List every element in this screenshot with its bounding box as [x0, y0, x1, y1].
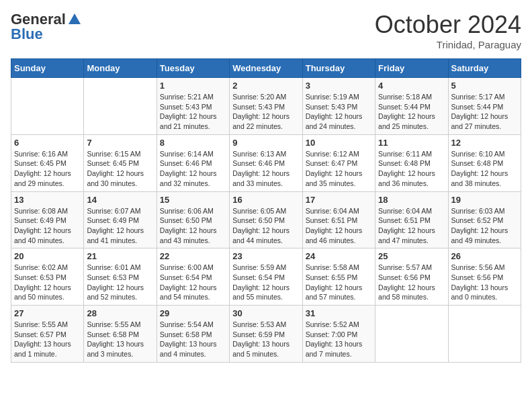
day-number: 2	[232, 81, 299, 91]
day-info: Sunrise: 5:57 AM Sunset: 6:56 PM Dayligh…	[378, 263, 445, 302]
day-info: Sunrise: 5:53 AM Sunset: 6:59 PM Dayligh…	[232, 320, 299, 359]
day-number: 6	[14, 138, 81, 148]
weekday-header-cell: Saturday	[448, 59, 521, 78]
day-info: Sunrise: 5:20 AM Sunset: 5:43 PM Dayligh…	[232, 92, 299, 132]
calendar-day-cell: 22Sunrise: 6:00 AM Sunset: 6:54 PM Dayli…	[157, 248, 229, 306]
day-info: Sunrise: 6:05 AM Sunset: 6:50 PM Dayligh…	[232, 206, 299, 246]
calendar-day-cell	[84, 78, 157, 135]
weekday-header-cell: Monday	[84, 59, 157, 78]
calendar-week-row: 6Sunrise: 6:16 AM Sunset: 6:45 PM Daylig…	[11, 134, 521, 191]
day-number: 11	[378, 138, 445, 148]
day-number: 10	[306, 138, 372, 148]
day-info: Sunrise: 5:55 AM Sunset: 6:57 PM Dayligh…	[14, 320, 81, 359]
day-number: 27	[14, 308, 81, 318]
weekday-header-cell: Thursday	[302, 59, 375, 78]
day-info: Sunrise: 5:52 AM Sunset: 7:00 PM Dayligh…	[306, 320, 372, 359]
day-number: 31	[306, 308, 372, 318]
day-number: 15	[160, 195, 226, 205]
calendar-day-cell: 12Sunrise: 6:10 AM Sunset: 6:48 PM Dayli…	[448, 134, 521, 191]
calendar-day-cell: 13Sunrise: 6:08 AM Sunset: 6:49 PM Dayli…	[11, 191, 84, 248]
day-info: Sunrise: 6:01 AM Sunset: 6:53 PM Dayligh…	[87, 263, 153, 302]
logo-blue: Blue	[11, 26, 43, 43]
day-info: Sunrise: 6:10 AM Sunset: 6:48 PM Dayligh…	[451, 149, 518, 189]
day-info: Sunrise: 5:56 AM Sunset: 6:56 PM Dayligh…	[451, 263, 518, 302]
calendar-day-cell: 26Sunrise: 5:56 AM Sunset: 6:56 PM Dayli…	[448, 248, 521, 306]
day-info: Sunrise: 5:59 AM Sunset: 6:54 PM Dayligh…	[232, 263, 299, 302]
day-number: 21	[87, 251, 153, 261]
day-number: 4	[378, 81, 445, 91]
logo-triangle-icon	[67, 12, 82, 27]
calendar-day-cell: 25Sunrise: 5:57 AM Sunset: 6:56 PM Dayli…	[375, 248, 448, 306]
day-number: 8	[160, 138, 226, 148]
calendar-day-cell: 19Sunrise: 6:03 AM Sunset: 6:52 PM Dayli…	[448, 191, 521, 248]
calendar-day-cell: 7Sunrise: 6:15 AM Sunset: 6:45 PM Daylig…	[84, 134, 157, 191]
day-number: 9	[232, 138, 299, 148]
day-number: 28	[87, 308, 153, 318]
day-number: 23	[232, 251, 299, 261]
weekday-header-cell: Sunday	[11, 59, 84, 78]
calendar-day-cell: 5Sunrise: 5:17 AM Sunset: 5:44 PM Daylig…	[448, 78, 521, 135]
month-title: October 2024	[375, 11, 521, 39]
calendar-day-cell: 18Sunrise: 6:04 AM Sunset: 6:51 PM Dayli…	[375, 191, 448, 248]
day-info: Sunrise: 6:08 AM Sunset: 6:49 PM Dayligh…	[14, 206, 81, 246]
calendar-day-cell: 24Sunrise: 5:58 AM Sunset: 6:55 PM Dayli…	[302, 248, 375, 306]
calendar-day-cell	[11, 78, 84, 135]
day-info: Sunrise: 6:11 AM Sunset: 6:48 PM Dayligh…	[378, 149, 445, 189]
day-info: Sunrise: 5:17 AM Sunset: 5:44 PM Dayligh…	[451, 92, 518, 132]
day-info: Sunrise: 6:04 AM Sunset: 6:51 PM Dayligh…	[306, 206, 372, 246]
day-info: Sunrise: 6:02 AM Sunset: 6:53 PM Dayligh…	[14, 263, 81, 302]
day-number: 5	[451, 81, 518, 91]
calendar-day-cell: 30Sunrise: 5:53 AM Sunset: 6:59 PM Dayli…	[230, 306, 302, 363]
location-subtitle: Trinidad, Paraguay	[375, 39, 521, 50]
day-number: 13	[14, 195, 81, 205]
calendar-day-cell: 16Sunrise: 6:05 AM Sunset: 6:50 PM Dayli…	[230, 191, 302, 248]
day-info: Sunrise: 5:55 AM Sunset: 6:58 PM Dayligh…	[87, 320, 153, 359]
calendar-day-cell: 10Sunrise: 6:12 AM Sunset: 6:47 PM Dayli…	[302, 134, 375, 191]
day-info: Sunrise: 6:14 AM Sunset: 6:46 PM Dayligh…	[160, 149, 226, 189]
day-info: Sunrise: 5:18 AM Sunset: 5:44 PM Dayligh…	[378, 92, 445, 132]
day-number: 20	[14, 251, 81, 261]
calendar-day-cell: 27Sunrise: 5:55 AM Sunset: 6:57 PM Dayli…	[11, 306, 84, 363]
calendar-day-cell: 15Sunrise: 6:06 AM Sunset: 6:50 PM Dayli…	[157, 191, 229, 248]
day-info: Sunrise: 5:19 AM Sunset: 5:43 PM Dayligh…	[306, 92, 372, 132]
calendar-day-cell: 3Sunrise: 5:19 AM Sunset: 5:43 PM Daylig…	[302, 78, 375, 135]
day-number: 22	[160, 251, 226, 261]
calendar-day-cell: 29Sunrise: 5:54 AM Sunset: 6:58 PM Dayli…	[157, 306, 229, 363]
weekday-header-cell: Friday	[375, 59, 448, 78]
calendar-day-cell	[448, 306, 521, 363]
weekday-header-cell: Wednesday	[230, 59, 302, 78]
svg-marker-0	[69, 13, 81, 24]
calendar-day-cell: 4Sunrise: 5:18 AM Sunset: 5:44 PM Daylig…	[375, 78, 448, 135]
day-info: Sunrise: 6:16 AM Sunset: 6:45 PM Dayligh…	[14, 149, 81, 189]
day-info: Sunrise: 6:00 AM Sunset: 6:54 PM Dayligh…	[160, 263, 226, 302]
day-info: Sunrise: 6:07 AM Sunset: 6:49 PM Dayligh…	[87, 206, 153, 246]
day-number: 19	[451, 195, 518, 205]
day-info: Sunrise: 6:06 AM Sunset: 6:50 PM Dayligh…	[160, 206, 226, 246]
day-number: 1	[160, 81, 226, 91]
calendar-day-cell: 20Sunrise: 6:02 AM Sunset: 6:53 PM Dayli…	[11, 248, 84, 306]
calendar-table: SundayMondayTuesdayWednesdayThursdayFrid…	[11, 58, 521, 363]
day-number: 14	[87, 195, 153, 205]
page-header: General Blue October 2024 Trinidad, Para…	[11, 11, 521, 50]
day-number: 29	[160, 308, 226, 318]
day-number: 17	[306, 195, 372, 205]
day-number: 30	[232, 308, 299, 318]
day-number: 16	[232, 195, 299, 205]
calendar-week-row: 1Sunrise: 5:21 AM Sunset: 5:43 PM Daylig…	[11, 78, 521, 135]
calendar-week-row: 20Sunrise: 6:02 AM Sunset: 6:53 PM Dayli…	[11, 248, 521, 306]
day-number: 24	[306, 251, 372, 261]
calendar-day-cell: 11Sunrise: 6:11 AM Sunset: 6:48 PM Dayli…	[375, 134, 448, 191]
day-number: 7	[87, 138, 153, 148]
calendar-day-cell: 14Sunrise: 6:07 AM Sunset: 6:49 PM Dayli…	[84, 191, 157, 248]
weekday-header-row: SundayMondayTuesdayWednesdayThursdayFrid…	[11, 59, 521, 78]
calendar-week-row: 27Sunrise: 5:55 AM Sunset: 6:57 PM Dayli…	[11, 306, 521, 363]
calendar-day-cell: 2Sunrise: 5:20 AM Sunset: 5:43 PM Daylig…	[230, 78, 302, 135]
calendar-day-cell: 1Sunrise: 5:21 AM Sunset: 5:43 PM Daylig…	[157, 78, 229, 135]
day-info: Sunrise: 6:15 AM Sunset: 6:45 PM Dayligh…	[87, 149, 153, 189]
day-number: 12	[451, 138, 518, 148]
day-info: Sunrise: 6:03 AM Sunset: 6:52 PM Dayligh…	[451, 206, 518, 246]
calendar-body: 1Sunrise: 5:21 AM Sunset: 5:43 PM Daylig…	[11, 78, 521, 363]
title-block: October 2024 Trinidad, Paraguay	[375, 11, 521, 50]
day-number: 3	[306, 81, 372, 91]
calendar-day-cell: 6Sunrise: 6:16 AM Sunset: 6:45 PM Daylig…	[11, 134, 84, 191]
